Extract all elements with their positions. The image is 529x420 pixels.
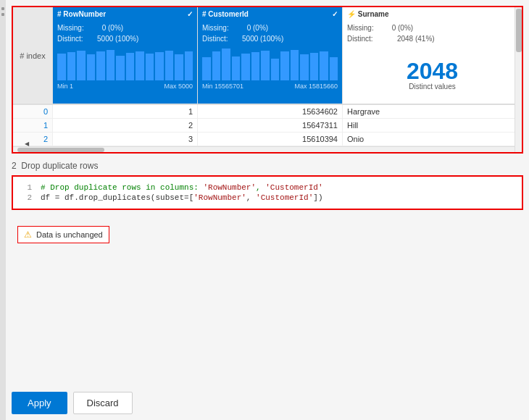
hist-bar: [300, 54, 309, 80]
hist-bar: [67, 52, 76, 80]
hist-bar: [116, 56, 125, 81]
status-section: ⚠ Data is unchanged: [12, 217, 523, 249]
surname-missing: Missing: 0 (0%): [347, 22, 517, 33]
outer-wrapper: # index # RowNumber ✓ Missing: 0 (0%) Di…: [0, 0, 529, 420]
customerid-check-icon: ✓: [332, 10, 338, 18]
surname-icon: ⚡ Surname: [347, 10, 389, 18]
warning-icon: ⚠: [24, 230, 32, 240]
rownumber-stats: Missing: 0 (0%) Distinct: 5000 (100%): [53, 21, 197, 46]
hist-bar: [261, 51, 270, 80]
hist-bar: [271, 59, 280, 80]
hist-bar: [175, 54, 183, 80]
hist-bar: [212, 51, 221, 80]
rownumber-header-top: # RowNumber ✓: [53, 7, 197, 21]
cell-surname-2: Onio: [343, 133, 459, 146]
customerid-minmax: Min 15565701 Max 15815660: [198, 82, 342, 93]
rownumber-missing: Missing: 0 (0%): [57, 22, 193, 33]
hist-bar: [202, 57, 211, 80]
data-preview-table: # index # RowNumber ✓ Missing: 0 (0%) Di…: [12, 6, 523, 154]
hist-bar: [310, 53, 319, 80]
surname-distinct-display: 2048 Distinct values: [343, 46, 522, 104]
column-headers: # index # RowNumber ✓ Missing: 0 (0%) Di…: [13, 7, 522, 104]
customerid-label: CustomerId: [208, 10, 249, 18]
hist-bar: [136, 51, 144, 80]
rownumber-column-header[interactable]: # RowNumber ✓ Missing: 0 (0%) Distinct: …: [53, 7, 198, 104]
cell-index-0: 0: [13, 105, 53, 118]
scrollbar-thumb[interactable]: [17, 148, 104, 152]
hist-bar: [96, 51, 105, 80]
hist-bar: [222, 49, 230, 80]
code-content-1: # Drop duplicate rows in columns: 'RowNu…: [41, 183, 322, 192]
hist-bar: [155, 52, 164, 80]
vscroll-thumb[interactable]: [516, 9, 522, 52]
hist-bar: [291, 50, 299, 80]
customerid-min: Min 15565701: [202, 83, 243, 90]
main-container: # index # RowNumber ✓ Missing: 0 (0%) Di…: [0, 0, 529, 420]
code-block: 1 # Drop duplicate rows in columns: 'Row…: [12, 175, 523, 210]
hist-bar: [251, 52, 260, 80]
cell-surname-0: Hargrave: [343, 105, 459, 118]
left-tick-1: [1, 7, 4, 10]
hist-bar: [165, 51, 174, 80]
action-bar: Apply Discard: [6, 386, 529, 420]
surname-distinct-number: 2048: [407, 59, 458, 83]
rownumber-min: Min 1: [57, 83, 73, 90]
scroll-left-arrow[interactable]: ◀: [23, 140, 30, 146]
customerid-header-top: # CustomerId ✓: [198, 7, 342, 21]
data-rows: 0 1 15634602 Hargrave 1 2 15647311 Hill …: [13, 104, 522, 146]
hist-bar: [77, 51, 86, 80]
hist-bar: [232, 56, 241, 80]
table-row: 1 2 15647311 Hill: [13, 119, 522, 133]
table-horizontal-scrollbar[interactable]: ◀ ▶: [13, 146, 522, 152]
hist-bar: [320, 51, 328, 80]
line-number-1: 1: [19, 183, 32, 192]
surname-distinct: Distinct: 2048 (41%): [347, 33, 517, 44]
hist-bar: [107, 50, 115, 80]
step-label: 2 Drop duplicate rows: [12, 161, 523, 171]
rownumber-max: Max 5000: [164, 83, 193, 90]
hist-bar: [146, 54, 154, 80]
discard-button[interactable]: Discard: [73, 392, 133, 414]
step-description: Drop duplicate rows: [21, 161, 98, 171]
cell-index-2: 2: [13, 133, 53, 146]
code-content-2: df = df.drop_duplicates(subset=['RowNumb…: [41, 193, 322, 202]
apply-button[interactable]: Apply: [12, 392, 67, 414]
content-area: # index # RowNumber ✓ Missing: 0 (0%) Di…: [6, 0, 529, 420]
hist-bar: [57, 54, 66, 80]
rownumber-distinct: Distinct: 5000 (100%): [57, 33, 193, 44]
surname-stats: Missing: 0 (0%) Distinct: 2048 (41%): [343, 21, 522, 46]
cell-rownumber-1: 2: [53, 119, 198, 132]
customerid-distinct: Distinct: 5000 (100%): [202, 33, 338, 44]
cell-customerid-2: 15610394: [198, 133, 343, 146]
customerid-max: Max 15815660: [294, 83, 338, 90]
cell-index-1: 1: [13, 119, 53, 132]
rownumber-check-icon: ✓: [187, 10, 193, 18]
surname-header-top: ⚡ Surname: [343, 7, 522, 21]
customerid-column-header[interactable]: # CustomerId ✓ Missing: 0 (0%) Distinct:…: [198, 7, 343, 104]
index-column-header: # index: [13, 7, 53, 104]
line-number-2: 2: [19, 193, 32, 202]
left-tick-2: [1, 13, 4, 16]
table-vertical-scrollbar[interactable]: [515, 7, 522, 152]
cell-customerid-1: 15647311: [198, 119, 343, 132]
step-number: 2: [12, 161, 17, 171]
table-row: 0 1 15634602 Hargrave: [13, 105, 522, 119]
status-text: Data is unchanged: [36, 230, 103, 239]
hist-bar: [241, 54, 250, 80]
rownumber-hash-icon: # RowNumber: [57, 10, 106, 18]
cell-rownumber-0: 1: [53, 105, 198, 118]
hist-bar: [185, 51, 193, 80]
left-bar: [0, 0, 6, 420]
status-bar: ⚠ Data is unchanged: [17, 226, 109, 243]
rownumber-minmax: Min 1 Max 5000: [53, 82, 197, 93]
step-section: 2 Drop duplicate rows: [12, 161, 523, 175]
index-header-label: # index: [20, 51, 45, 60]
code-line-1: 1 # Drop duplicate rows in columns: 'Row…: [13, 182, 522, 193]
surname-label: Surname: [358, 10, 389, 18]
customerid-stats: Missing: 0 (0%) Distinct: 5000 (100%): [198, 21, 342, 46]
surname-column-header[interactable]: ⚡ Surname Missing: 0 (0%) Distinct: 2048…: [343, 7, 522, 104]
surname-distinct-label: Distinct values: [409, 83, 455, 91]
code-line-2: 2 df = df.drop_duplicates(subset=['RowNu…: [13, 193, 522, 203]
customerid-hash-icon: # CustomerId: [202, 10, 249, 18]
cell-customerid-0: 15634602: [198, 105, 343, 118]
